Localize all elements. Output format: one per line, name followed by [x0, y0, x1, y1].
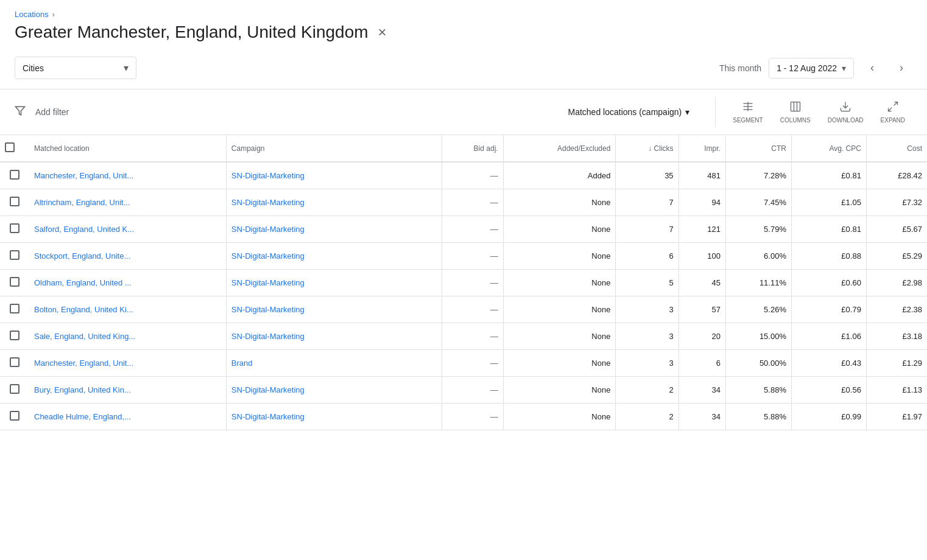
row-checkbox[interactable] — [10, 277, 19, 287]
added-excluded-cell: Added — [503, 162, 616, 189]
campaign-cell[interactable]: SN-Digital-Marketing — [226, 189, 442, 216]
select-all-checkbox[interactable] — [5, 142, 15, 152]
avg-cpc-cell: £0.81 — [791, 216, 866, 243]
header-ctr: CTR — [725, 135, 791, 162]
ctr-cell: 7.28% — [725, 162, 791, 189]
clicks-cell: 35 — [616, 162, 679, 189]
campaign-cell[interactable]: SN-Digital-Marketing — [226, 377, 442, 404]
campaign-cell[interactable]: SN-Digital-Marketing — [226, 270, 442, 296]
header-cost: Cost — [866, 135, 927, 162]
table-container: Matched location Campaign Bid adj. Added… — [0, 135, 927, 430]
cities-dropdown[interactable]: Cities ▾ — [15, 57, 136, 79]
close-icon[interactable]: × — [378, 24, 387, 41]
svg-line-9 — [894, 102, 897, 106]
bid-adj-cell: — — [442, 404, 503, 430]
impr-cell: 481 — [679, 162, 725, 189]
row-checkbox[interactable] — [10, 384, 19, 394]
next-nav-button[interactable]: › — [890, 57, 912, 79]
ctr-cell: 5.88% — [725, 377, 791, 404]
avg-cpc-cell: £0.43 — [791, 350, 866, 377]
added-excluded-cell: None — [503, 404, 616, 430]
date-dropdown[interactable]: 1 - 12 Aug 2022 ▾ — [769, 58, 854, 79]
table-row: Cheadle Hulme, England,...SN-Digital-Mar… — [0, 404, 927, 430]
expand-button[interactable]: EXPAND — [873, 97, 912, 127]
bid-adj-cell: — — [442, 377, 503, 404]
matched-location-cell[interactable]: Salford, England, United K... — [29, 216, 226, 243]
added-excluded-cell: None — [503, 323, 616, 350]
added-excluded-cell: None — [503, 296, 616, 323]
row-checkbox[interactable] — [10, 223, 19, 233]
header-impr: Impr. — [679, 135, 725, 162]
avg-cpc-cell: £0.88 — [791, 243, 866, 270]
matched-locations-button[interactable]: Matched locations (campaign) ▾ — [562, 103, 696, 121]
svg-rect-5 — [791, 102, 800, 111]
columns-icon — [789, 100, 802, 116]
page-title: Greater Manchester, England, United King… — [15, 23, 368, 42]
expand-icon — [887, 100, 899, 116]
table-header-row: Matched location Campaign Bid adj. Added… — [0, 135, 927, 162]
campaign-cell[interactable]: SN-Digital-Marketing — [226, 296, 442, 323]
add-filter-button[interactable]: Add filter — [35, 107, 69, 117]
cities-dropdown-label: Cities — [23, 63, 44, 73]
row-checkbox[interactable] — [10, 250, 19, 260]
matched-location-cell[interactable]: Oldham, England, United ... — [29, 270, 226, 296]
chevron-right-icon: › — [900, 61, 903, 74]
breadcrumb[interactable]: Locations › — [15, 10, 912, 19]
row-checkbox[interactable] — [10, 170, 19, 180]
matched-location-cell[interactable]: Sale, England, United King... — [29, 323, 226, 350]
cost-cell: £1.29 — [866, 350, 927, 377]
matched-location-cell[interactable]: Bolton, England, United Ki... — [29, 296, 226, 323]
ctr-cell: 7.45% — [725, 189, 791, 216]
chevron-down-icon: ▾ — [842, 63, 846, 73]
row-checkbox-cell — [0, 350, 29, 377]
campaign-cell[interactable]: SN-Digital-Marketing — [226, 404, 442, 430]
matched-location-cell[interactable]: Altrincham, England, Unit... — [29, 189, 226, 216]
prev-nav-button[interactable]: ‹ — [861, 57, 883, 79]
row-checkbox[interactable] — [10, 357, 19, 367]
matched-location-cell[interactable]: Bury, England, United Kin... — [29, 377, 226, 404]
table-row: Salford, England, United K...SN-Digital-… — [0, 216, 927, 243]
campaign-cell[interactable]: SN-Digital-Marketing — [226, 243, 442, 270]
row-checkbox[interactable] — [10, 331, 19, 340]
filter-bar: Add filter Matched locations (campaign) … — [0, 89, 927, 135]
avg-cpc-cell: £1.06 — [791, 323, 866, 350]
added-excluded-cell: None — [503, 350, 616, 377]
table-row: Altrincham, England, Unit...SN-Digital-M… — [0, 189, 927, 216]
avg-cpc-cell: £0.99 — [791, 404, 866, 430]
table-row: Bury, England, United Kin...SN-Digital-M… — [0, 377, 927, 404]
campaign-cell[interactable]: SN-Digital-Marketing — [226, 323, 442, 350]
matched-location-cell[interactable]: Stockport, England, Unite... — [29, 243, 226, 270]
ctr-cell: 11.11% — [725, 270, 791, 296]
table-row: Bolton, England, United Ki...SN-Digital-… — [0, 296, 927, 323]
svg-line-10 — [888, 108, 892, 111]
campaign-cell[interactable]: SN-Digital-Marketing — [226, 216, 442, 243]
impr-cell: 94 — [679, 189, 725, 216]
columns-button[interactable]: COLUMNS — [773, 97, 818, 127]
row-checkbox-cell — [0, 162, 29, 189]
filter-icon — [15, 105, 26, 119]
segment-button[interactable]: SEGMENT — [725, 97, 770, 127]
header-clicks[interactable]: ↓ Clicks — [616, 135, 679, 162]
header-added-excluded: Added/Excluded — [503, 135, 616, 162]
bid-adj-cell: — — [442, 270, 503, 296]
cost-cell: £28.42 — [866, 162, 927, 189]
clicks-cell: 3 — [616, 296, 679, 323]
segment-label: SEGMENT — [733, 117, 763, 124]
row-checkbox[interactable] — [10, 304, 19, 313]
impr-cell: 57 — [679, 296, 725, 323]
added-excluded-cell: None — [503, 216, 616, 243]
download-button[interactable]: DOWNLOAD — [820, 97, 871, 127]
row-checkbox[interactable] — [10, 197, 19, 206]
cost-cell: £1.97 — [866, 404, 927, 430]
matched-location-cell[interactable]: Manchester, England, Unit... — [29, 162, 226, 189]
campaign-cell[interactable]: Brand — [226, 350, 442, 377]
table-row: Sale, England, United King...SN-Digital-… — [0, 323, 927, 350]
campaign-cell[interactable]: SN-Digital-Marketing — [226, 162, 442, 189]
impr-cell: 34 — [679, 404, 725, 430]
bid-adj-cell: — — [442, 243, 503, 270]
row-checkbox[interactable] — [10, 411, 19, 421]
matched-location-cell[interactable]: Cheadle Hulme, England,... — [29, 404, 226, 430]
cost-cell: £2.38 — [866, 296, 927, 323]
row-checkbox-cell — [0, 243, 29, 270]
matched-location-cell[interactable]: Manchester, England, Unit... — [29, 350, 226, 377]
